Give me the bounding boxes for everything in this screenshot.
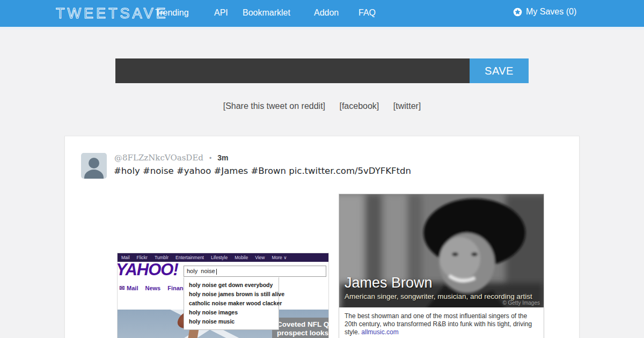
yahoo-topbar-mobile: Mobile: [235, 255, 248, 260]
yahoo-suggestion: holy noise get down everybody: [184, 280, 279, 289]
yahoo-topbar-flickr: Flickr: [137, 255, 148, 260]
star-circle-icon: [513, 8, 522, 17]
top-navbar: TWEETSAVE Trending API Bookmarklet Addon…: [0, 0, 644, 27]
yahoo-headline-overlay: Coveted NFL QB prospect looks pe until: [272, 318, 328, 338]
nav-item-addon[interactable]: Addon: [314, 8, 339, 18]
tweetsave-page: TWEETSAVE Trending API Bookmarklet Addon…: [0, 0, 644, 338]
yahoo-search-query: holy noise: [187, 268, 215, 274]
yahoo-suggestion: catholic noise maker wood clacker: [184, 298, 279, 307]
yahoo-topbar-view: View: [255, 255, 265, 260]
share-twitter-link[interactable]: [twitter]: [393, 101, 421, 111]
yahoo-suggestion: holy noise music: [184, 317, 279, 326]
tweet-username[interactable]: @8FLZzNkcVOasDEd: [114, 153, 203, 163]
yahoo-topbar-entertainment: Entertainment: [175, 255, 204, 260]
text-cursor: [216, 269, 217, 275]
tweet-media-yahoo-screenshot[interactable]: Mail Flickr Tumblr Entertainment Lifesty…: [117, 253, 329, 338]
yahoo-suggestions-dropdown: holy noise get down everybody holy noise…: [184, 277, 279, 330]
tweet-card: @8FLZzNkcVOasDEd • 3m #holy #noise #yaho…: [64, 136, 580, 338]
yahoo-topbar-lifestyle: Lifestyle: [211, 255, 228, 260]
navbar-shadow-strip: [0, 27, 644, 30]
avatar-torso-shape: [84, 170, 104, 179]
headline-line: prospect looks pe: [277, 329, 328, 337]
yahoo-suggestion: holy noise images: [184, 307, 279, 317]
share-facebook-link[interactable]: [facebook]: [339, 101, 379, 111]
nav-item-trending[interactable]: Trending: [155, 8, 189, 18]
yahoo-suggestion: holy noise james brown is still alive: [184, 289, 279, 298]
tweet-media-james-brown-panel[interactable]: James Brown American singer, songwriter,…: [339, 194, 544, 338]
yahoo-logo: YAHOO!: [117, 260, 178, 280]
yahoo-link-mail: Mail: [127, 285, 138, 291]
yahoo-quick-links: ✉ Mail News Finance: [119, 284, 190, 292]
tweet-separator-dot: •: [209, 155, 211, 162]
avatar-head-shape: [89, 158, 99, 168]
save-button[interactable]: SAVE: [470, 58, 529, 83]
headline-line: Coveted NFL QB: [277, 320, 328, 329]
yahoo-topbar-more: More ∨: [272, 255, 287, 260]
james-brown-subtitle: American singer, songwriter, musician, a…: [345, 292, 532, 300]
getty-credit: © Getty Images: [502, 300, 540, 306]
mail-envelope-icon: ✉: [119, 284, 125, 292]
nav-item-bookmarklet[interactable]: Bookmarklet: [243, 8, 290, 18]
allmusic-link: allmusic.com: [361, 328, 398, 336]
yahoo-topbar-tumblr: Tumblr: [155, 255, 169, 260]
avatar[interactable]: [81, 153, 107, 179]
share-links-row: [Share this tweet on reddit] [facebook] …: [0, 101, 644, 111]
tweetsave-logo[interactable]: TWEETSAVE: [56, 5, 169, 22]
yahoo-search-box: holy noise: [184, 266, 326, 277]
yahoo-topbar-mail: Mail: [121, 255, 130, 260]
nav-item-faq[interactable]: FAQ: [358, 8, 376, 18]
share-reddit-link[interactable]: [Share this tweet on reddit]: [223, 101, 325, 111]
my-saves-label: My Saves (0): [526, 7, 576, 17]
yahoo-link-news: News: [145, 285, 160, 291]
james-brown-photo: James Brown American singer, songwriter,…: [339, 194, 544, 307]
tweet-timestamp: 3m: [217, 153, 228, 162]
tweet-header: @8FLZzNkcVOasDEd • 3m: [114, 153, 228, 163]
james-brown-description: The best showman and one of the most inf…: [339, 307, 544, 336]
tweet-url-input[interactable]: [115, 58, 470, 83]
tweet-text: #holy #noise #yahoo #James #Brown pic.tw…: [114, 166, 411, 176]
my-saves-button[interactable]: My Saves (0): [513, 7, 576, 17]
james-brown-title: James Brown: [345, 275, 433, 291]
nav-item-api[interactable]: API: [214, 8, 228, 18]
